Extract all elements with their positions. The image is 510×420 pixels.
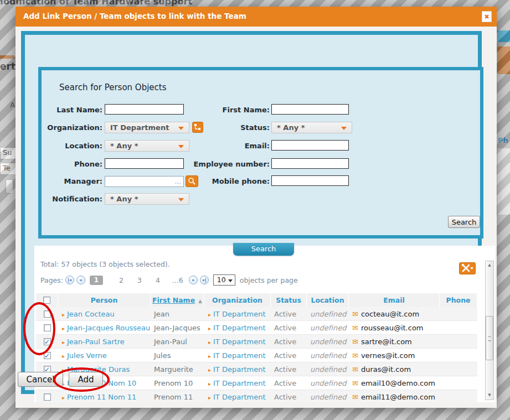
first-name-cell: Marguerite [151, 362, 204, 376]
envelope-icon: ✉ [352, 351, 358, 360]
organization-label: Organization: [42, 122, 102, 133]
next-page-icon: » [192, 278, 194, 283]
employee-number-input[interactable] [271, 158, 349, 169]
column-header-phone[interactable]: Phone [440, 293, 477, 307]
location-cell: undefined [307, 349, 349, 362]
table-row: ▸Jean-Jacques Rousseau Jean-Jacques ▸IT … [36, 321, 477, 335]
organization-select[interactable]: IT Department [105, 122, 189, 133]
page-ellipsis[interactable]: ...6 [172, 276, 183, 284]
first-name-cell: Jean [151, 307, 204, 320]
first-name-input[interactable] [271, 104, 349, 115]
chevron-down-icon [341, 127, 347, 130]
person-link[interactable]: Jean-Paul Sartre [67, 338, 125, 346]
next-page-button[interactable]: » [189, 276, 198, 284]
pagination-bar: Pages: |« « 1 2 3 4 ...6 » »| 10 objects… [40, 274, 298, 286]
background-field-fragment-te: Te [0, 163, 17, 175]
mobile-phone-label: Mobile phone: [187, 176, 270, 187]
phone-cell [440, 390, 477, 402]
scroll-up-button[interactable]: ▲ [486, 261, 493, 269]
page-link-3[interactable]: 3 [137, 276, 142, 284]
status-value: * Any * [277, 123, 305, 132]
organization-link[interactable]: IT Department [213, 351, 266, 360]
dialog-header: Add Link Person / Team objects to link w… [16, 7, 497, 27]
bullet-icon: ▸ [62, 353, 65, 359]
organization-link[interactable]: IT Department [213, 379, 266, 387]
tools-icon [460, 263, 475, 274]
location-select[interactable]: * Any * [105, 140, 189, 152]
add-button[interactable]: Add [69, 372, 103, 387]
add-link-dialog: Add Link Person / Team objects to link w… [16, 7, 497, 408]
row-checkbox[interactable]: ✓ [44, 338, 51, 345]
table-header-row: Person First Name▲ Organization Status L… [36, 293, 477, 307]
email-cell: email11@demo.com [361, 393, 435, 401]
phone-input[interactable] [105, 158, 184, 169]
scroll-up-icon: ▲ [488, 263, 491, 267]
organization-link[interactable]: IT Department [213, 393, 266, 401]
scrollbar-thumb[interactable] [486, 316, 493, 360]
location-cell: undefined [307, 321, 349, 334]
status-select[interactable]: * Any * [271, 122, 352, 133]
background-text-fragment: A [10, 101, 15, 109]
checkmark-icon: ✓ [44, 352, 50, 359]
person-link[interactable]: Jean Cocteau [67, 310, 115, 318]
column-header-status[interactable]: Status [271, 293, 307, 307]
person-link[interactable]: Jules Verne [67, 351, 107, 360]
person-link[interactable]: Jean-Jacques Rousseau [67, 324, 150, 332]
select-all-checkbox[interactable] [43, 297, 50, 304]
cancel-button[interactable]: Cancel [18, 372, 63, 387]
column-header-person[interactable]: Person [58, 293, 151, 307]
column-header-email[interactable]: Email [349, 293, 440, 307]
scroll-down-button[interactable]: ▼ [486, 391, 493, 400]
phone-label: Phone: [42, 159, 102, 170]
prev-page-button[interactable]: « [76, 276, 85, 284]
mobile-phone-input[interactable] [271, 175, 349, 186]
phone-cell [440, 376, 477, 390]
column-header-organization[interactable]: Organization [204, 293, 271, 307]
notification-select[interactable]: * Any * [105, 193, 189, 205]
bullet-icon: ▸ [208, 367, 211, 373]
envelope-icon: ✉ [352, 338, 358, 346]
organization-link[interactable]: IT Department [213, 365, 266, 374]
column-header-first-name[interactable]: First Name▲ [151, 293, 204, 307]
email-input[interactable] [271, 140, 349, 151]
last-name-label: Last Name: [42, 105, 102, 116]
location-cell: undefined [307, 362, 349, 376]
bullet-icon: ▸ [62, 339, 65, 345]
last-name-input[interactable] [105, 104, 184, 115]
organization-link[interactable]: IT Department [213, 310, 266, 318]
search-form-title: Search for Person Objects [59, 82, 167, 92]
manager-input[interactable]: ... [105, 176, 184, 187]
first-page-icon: |« [68, 278, 72, 283]
background-blue-bar-fragment [497, 30, 510, 42]
last-page-button[interactable]: »| [200, 276, 209, 284]
location-cell: undefined [307, 390, 349, 402]
row-checkbox[interactable] [44, 310, 51, 318]
close-icon: ✖ [484, 13, 489, 20]
email-cell: duras@it.com [361, 365, 411, 374]
first-name-cell: Prenom 11 [151, 390, 204, 402]
table-config-button[interactable] [459, 262, 476, 274]
sort-asc-icon: ▲ [198, 298, 202, 304]
page-link-2[interactable]: 2 [119, 276, 123, 284]
background-label-fragment: Ph [498, 136, 508, 144]
close-button[interactable]: ✖ [482, 11, 492, 22]
table-scrollbar[interactable]: ▲ ▼ [485, 261, 494, 400]
manager-ellipsis: ... [175, 178, 181, 185]
employee-number-label: Employee number: [187, 159, 270, 170]
page-size-select[interactable]: 10 [213, 274, 235, 286]
bullet-icon: ▸ [208, 381, 211, 387]
person-link[interactable]: Prenom 11 Nom 11 [67, 393, 136, 401]
row-checkbox[interactable] [44, 324, 51, 331]
first-name-cell: Prenom 10 [151, 376, 204, 390]
row-checkbox[interactable]: ✓ [44, 352, 51, 359]
row-checkbox[interactable] [44, 393, 51, 401]
page-link-4[interactable]: 4 [156, 276, 160, 284]
form-search-button[interactable]: Search [448, 216, 480, 228]
organization-link[interactable]: IT Department [213, 338, 266, 346]
column-header-location[interactable]: Location [307, 293, 349, 307]
status-cell: Active [271, 307, 307, 320]
organization-link[interactable]: IT Department [213, 324, 266, 332]
search-tab[interactable]: Search [233, 243, 294, 256]
first-page-button[interactable]: |« [65, 276, 74, 284]
email-cell: cocteau@it.com [361, 310, 419, 318]
